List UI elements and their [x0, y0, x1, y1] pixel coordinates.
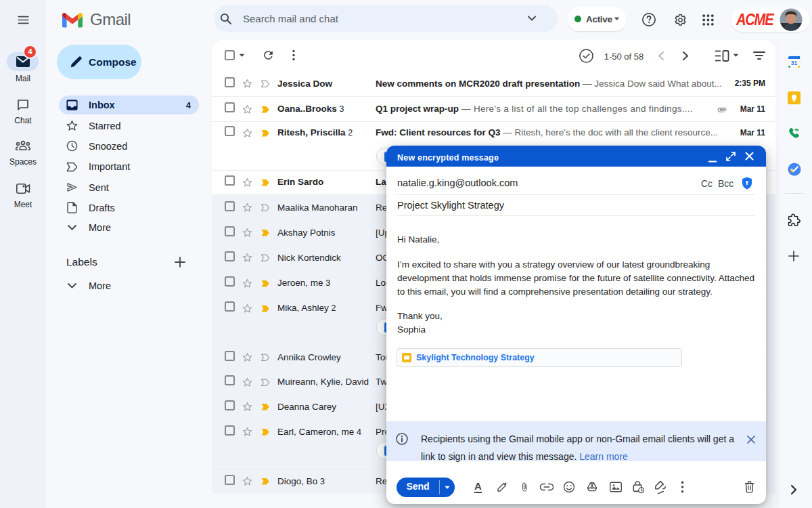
svg-text:31: 31 — [791, 60, 798, 66]
